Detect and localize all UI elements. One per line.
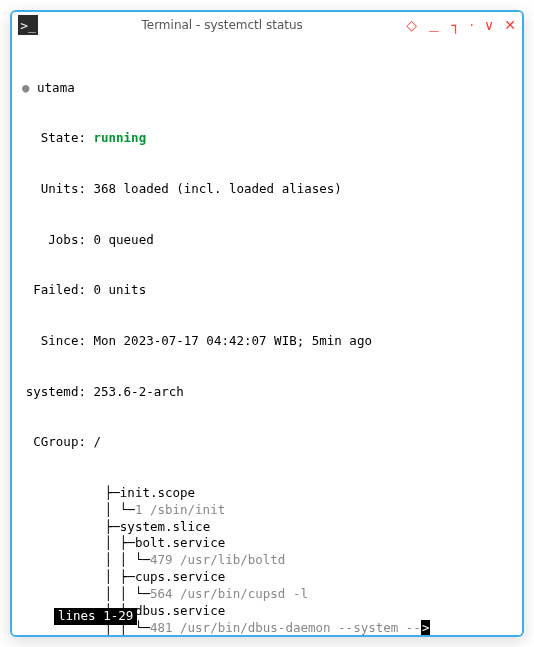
truncation-indicator: >	[421, 620, 431, 635]
dot-icon: ·	[470, 18, 474, 32]
terminal-window: >_ Terminal - systemctl status ◇ ＿ ┐ · ∨…	[10, 10, 524, 637]
hostname: utama	[37, 80, 75, 95]
tree-process-info: 1 /sbin/init	[135, 502, 225, 517]
systemd-value: 253.6-2-arch	[93, 384, 183, 399]
tree-branch-icon: │ ├─	[22, 535, 135, 550]
tree-process-info: 564 /usr/bin/cupsd -l	[150, 586, 308, 601]
tree-unit-name: bolt.service	[135, 535, 225, 550]
jobs-label: Jobs:	[22, 232, 86, 249]
tree-line: │ │ └─479 /usr/lib/boltd	[22, 552, 512, 569]
cgroup-value: /	[93, 434, 101, 449]
failed-value: 0 units	[93, 282, 146, 297]
titlebar[interactable]: >_ Terminal - systemctl status ◇ ＿ ┐ · ∨…	[12, 12, 522, 38]
maximize-button[interactable]: ┐	[451, 18, 459, 32]
state-label: State:	[22, 130, 86, 147]
pager-status: lines 1-29	[54, 608, 137, 625]
terminal-icon: >_	[18, 15, 38, 35]
minimize-button[interactable]: ＿	[427, 18, 441, 32]
tree-branch-icon: ├─	[22, 519, 120, 534]
tree-process-info: 481 /usr/bin/dbus-daemon --system --	[150, 620, 421, 635]
window-controls: ◇ ＿ ┐ · ∨ ✕	[406, 18, 516, 32]
tree-branch-icon: ├─	[22, 485, 120, 500]
state-value: running	[93, 130, 146, 145]
failed-label: Failed:	[22, 282, 86, 299]
tree-unit-name: cups.service	[135, 569, 225, 584]
tree-branch-icon: │ │ └─	[22, 552, 150, 567]
close-button[interactable]: ✕	[504, 18, 516, 32]
tree-branch-icon: │ └─	[22, 502, 135, 517]
tree-line: │ ├─bolt.service	[22, 535, 512, 552]
cgroup-label: CGroup:	[22, 434, 86, 451]
since-value: Mon 2023-07-17 04:42:07 WIB; 5min ago	[93, 333, 371, 348]
tree-line: ├─init.scope	[22, 485, 512, 502]
tree-process-info: 479 /usr/lib/boltd	[150, 552, 285, 567]
terminal-output[interactable]: ● utama State: running Units: 368 loaded…	[12, 38, 522, 635]
tree-unit-name: dbus.service	[135, 603, 225, 618]
status-bullet: ●	[22, 80, 30, 95]
systemd-label: systemd:	[22, 384, 86, 401]
since-label: Since:	[22, 333, 86, 350]
tree-branch-icon: │ ├─	[22, 569, 135, 584]
tree-unit-name: init.scope	[120, 485, 195, 500]
window-title: Terminal - systemctl status	[44, 18, 400, 32]
units-value: 368 loaded (incl. loaded aliases)	[93, 181, 341, 196]
dropdown-button[interactable]: ∨	[484, 18, 494, 32]
tree-unit-name: system.slice	[120, 519, 210, 534]
pin-button[interactable]: ◇	[406, 18, 417, 32]
tree-line: │ ├─cups.service	[22, 569, 512, 586]
tree-line: │ └─1 /sbin/init	[22, 502, 512, 519]
tree-line: │ │ └─564 /usr/bin/cupsd -l	[22, 586, 512, 603]
tree-line: ├─system.slice	[22, 519, 512, 536]
units-label: Units:	[22, 181, 86, 198]
jobs-value: 0 queued	[93, 232, 153, 247]
tree-branch-icon: │ │ └─	[22, 586, 150, 601]
